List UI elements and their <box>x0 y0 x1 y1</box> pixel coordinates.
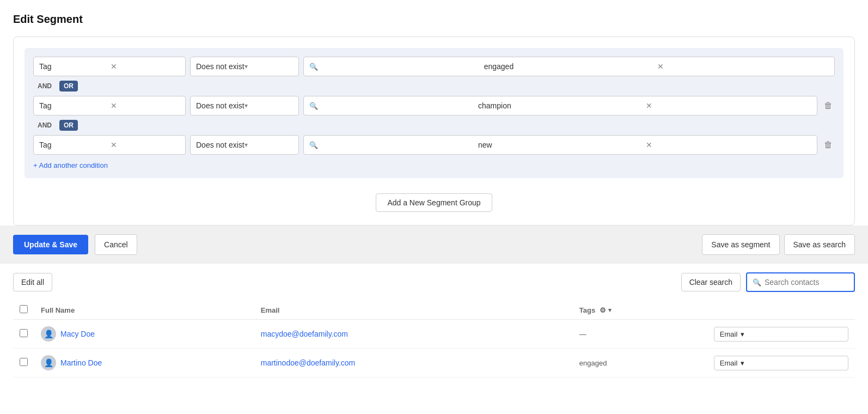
gear-icon[interactable]: ⚙ <box>600 306 606 314</box>
search-contacts-field[interactable] <box>765 278 848 287</box>
table-row: 👤 Macy Doe macydoe@doefamily.com — Email <box>13 320 855 349</box>
condition-row-2: Tag ✕ Does not exist ▾ 🔍 champion ✕ 🗑 <box>33 96 835 115</box>
condition-value-3[interactable]: 🔍 new ✕ <box>303 135 817 155</box>
contact-name-link-2[interactable]: Martino Doe <box>60 358 102 367</box>
logic-row-2: AND OR <box>33 120 835 131</box>
header-tags: Tags ⚙ ▾ <box>573 301 707 320</box>
header-channel <box>707 301 855 320</box>
logic-row-1: AND OR <box>33 81 835 92</box>
update-save-button[interactable]: Update & Save <box>13 235 88 254</box>
condition-field-2[interactable]: Tag ✕ <box>33 96 186 115</box>
operator-chevron-1: ▾ <box>244 63 293 70</box>
delete-condition-3[interactable]: 🗑 <box>822 138 835 152</box>
field-label-1: Tag <box>39 62 108 71</box>
contact-tags-cell-1: — <box>573 320 707 349</box>
field-label-2: Tag <box>39 101 108 110</box>
contact-email-cell-2: martinodoe@doefamily.com <box>254 349 573 378</box>
condition-field-3[interactable]: Tag ✕ <box>33 135 186 155</box>
segment-editor: Tag ✕ Does not exist ▾ 🔍 engaged ✕ AND O… <box>13 36 855 226</box>
cancel-button[interactable]: Cancel <box>95 234 137 255</box>
row-checkbox-col-1 <box>13 320 34 349</box>
contact-name-cell-1: 👤 Macy Doe <box>34 320 254 349</box>
channel-dropdown-chevron-2: ▾ <box>741 359 744 367</box>
condition-operator-3[interactable]: Does not exist ▾ <box>190 135 299 155</box>
header-email: Email <box>254 301 573 320</box>
condition-row-3: Tag ✕ Does not exist ▾ 🔍 new ✕ 🗑 <box>33 135 835 155</box>
contact-email-cell-1: macydoe@doefamily.com <box>254 320 573 349</box>
field-label-3: Tag <box>39 141 108 149</box>
add-segment-group-container: Add a New Segment Group <box>25 185 843 214</box>
value-text-3: new <box>478 141 644 149</box>
table-row: 👤 Martino Doe martinodoe@doefamily.com e… <box>13 349 855 378</box>
row-checkbox-2[interactable] <box>20 358 28 366</box>
contact-channel-dropdown-2[interactable]: Email ▾ <box>714 356 848 370</box>
operator-label-1: Does not exist <box>196 62 244 71</box>
contact-tags-cell-2: engaged <box>573 349 707 378</box>
contact-email-2[interactable]: martinodoe@doefamily.com <box>261 358 355 367</box>
table-header-row: Full Name Email Tags ⚙ ▾ <box>13 301 855 320</box>
condition-operator-1[interactable]: Does not exist ▾ <box>190 57 299 76</box>
value-search-icon-1: 🔍 <box>309 63 481 71</box>
condition-value-2[interactable]: 🔍 champion ✕ <box>303 96 817 115</box>
logic-and-1[interactable]: AND <box>33 81 56 92</box>
delete-condition-2[interactable]: 🗑 <box>822 99 835 113</box>
operator-label-2: Does not exist <box>196 101 244 110</box>
action-bar-right: Save as segment Save as search <box>702 234 855 255</box>
value-close-2[interactable]: ✕ <box>646 101 811 110</box>
operator-chevron-2: ▾ <box>244 102 293 109</box>
field-close-2[interactable]: ✕ <box>111 101 180 110</box>
select-all-checkbox[interactable] <box>20 305 28 313</box>
contact-email-1[interactable]: macydoe@doefamily.com <box>261 330 348 338</box>
logic-or-1[interactable]: OR <box>59 81 78 92</box>
add-segment-group-button[interactable]: Add a New Segment Group <box>376 193 492 212</box>
value-search-icon-2: 🔍 <box>309 102 475 110</box>
search-contacts-input[interactable]: 🔍 <box>746 272 855 292</box>
logic-and-2[interactable]: AND <box>33 120 56 131</box>
avatar-2: 👤 <box>41 355 56 370</box>
contact-name-link-1[interactable]: Macy Doe <box>60 330 95 338</box>
operator-label-3: Does not exist <box>196 141 244 149</box>
logic-or-2[interactable]: OR <box>59 120 78 131</box>
contact-channel-cell-2: Email ▾ <box>707 349 855 378</box>
header-checkbox-col <box>13 301 34 320</box>
field-close-3[interactable]: ✕ <box>111 141 180 149</box>
page-title: Edit Segment <box>13 13 855 26</box>
channel-dropdown-chevron-1: ▾ <box>741 330 744 338</box>
field-close-1[interactable]: ✕ <box>111 62 180 71</box>
clear-search-button[interactable]: Clear search <box>681 273 741 291</box>
value-close-3[interactable]: ✕ <box>646 141 811 149</box>
contacts-toolbar: Edit all Clear search 🔍 <box>13 272 855 292</box>
value-text-1: engaged <box>484 62 656 71</box>
contact-name-cell-2: 👤 Martino Doe <box>34 349 254 378</box>
toolbar-right: Clear search 🔍 <box>681 272 855 292</box>
row-checkbox-1[interactable] <box>20 329 28 337</box>
value-close-1[interactable]: ✕ <box>657 62 829 71</box>
save-segment-button[interactable]: Save as segment <box>702 234 779 255</box>
row-checkbox-col-2 <box>13 349 34 378</box>
edit-all-button[interactable]: Edit all <box>13 273 52 291</box>
contact-tags-2: engaged <box>579 359 607 367</box>
header-full-name: Full Name <box>34 301 254 320</box>
action-bar: Update & Save Cancel Save as segment Sav… <box>0 226 868 264</box>
condition-value-1[interactable]: 🔍 engaged ✕ <box>303 57 835 76</box>
contact-channel-dropdown-1[interactable]: Email ▾ <box>714 327 848 342</box>
condition-operator-2[interactable]: Does not exist ▾ <box>190 96 299 115</box>
add-condition-link[interactable]: + Add another condition <box>33 159 835 169</box>
segment-group: Tag ✕ Does not exist ▾ 🔍 engaged ✕ AND O… <box>25 48 843 178</box>
condition-field-1[interactable]: Tag ✕ <box>33 57 186 76</box>
value-text-2: champion <box>478 101 644 110</box>
tags-header-chevron[interactable]: ▾ <box>608 307 612 314</box>
value-search-icon-3: 🔍 <box>309 141 475 149</box>
avatar-1: 👤 <box>41 326 56 342</box>
contact-channel-cell-1: Email ▾ <box>707 320 855 349</box>
search-contacts-icon: 🔍 <box>753 278 761 287</box>
contact-tags-1: — <box>579 330 586 338</box>
contacts-table: Full Name Email Tags ⚙ ▾ <box>13 301 855 378</box>
operator-chevron-3: ▾ <box>244 141 293 149</box>
save-search-button[interactable]: Save as search <box>784 234 855 255</box>
condition-row-1: Tag ✕ Does not exist ▾ 🔍 engaged ✕ <box>33 57 835 76</box>
contacts-section: Edit all Clear search 🔍 Full Name <box>13 264 855 386</box>
